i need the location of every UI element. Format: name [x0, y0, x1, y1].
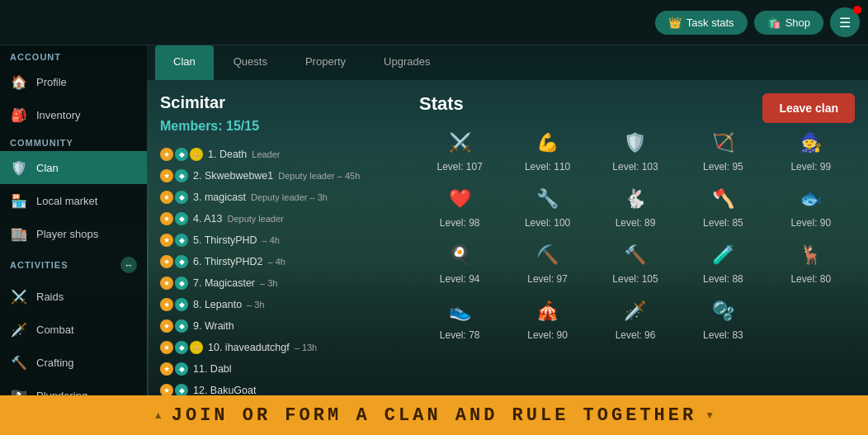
gold-badge: ★: [160, 341, 173, 354]
playershops-label: Player shops: [36, 228, 98, 240]
stat-icon: 🪓: [708, 184, 738, 214]
banner-scroll-up[interactable]: ▲: [153, 409, 163, 421]
teal-badge: ◆: [175, 362, 188, 376]
list-item: ★◆ 11. Dabl: [160, 358, 389, 380]
stat-level: Level: 107: [437, 161, 483, 173]
member-role: – 4h: [262, 235, 280, 245]
gold-badge: ★: [160, 384, 173, 395]
member-role: Deputy leader: [227, 214, 284, 224]
sidebar-item-profile[interactable]: 🏠 Profile: [0, 65, 147, 98]
sidebar-item-plundering[interactable]: 🏴‍☠️ Plundering: [0, 379, 147, 395]
stat-cell: 🧙 Level: 99: [771, 128, 851, 173]
teal-badge: ◆: [175, 341, 188, 354]
teal-badge: ◆: [175, 234, 188, 247]
stat-cell: 👟 Level: 78: [419, 296, 500, 341]
leave-clan-button[interactable]: Leave clan: [762, 93, 855, 123]
gold-badge: ★: [160, 148, 173, 161]
crafting-icon: 🔨: [10, 353, 28, 371]
list-item: ★◆ 2. Skwebwebwe1 Deputy leader – 45h: [160, 165, 389, 187]
menu-button[interactable]: ☰: [830, 7, 860, 37]
raids-icon: ⚔️: [10, 287, 28, 305]
stat-level: Level: 90: [527, 329, 568, 341]
stat-level: Level: 96: [616, 329, 656, 341]
stat-cell: 🔧 Level: 100: [507, 184, 587, 229]
member-role: – 13h: [295, 343, 318, 352]
sidebar-item-playershops[interactable]: 🏬 Player shops: [0, 217, 147, 250]
teal-badge: ◆: [175, 298, 188, 311]
stat-icon: 🧪: [708, 240, 738, 270]
gold-badge: ★: [160, 169, 173, 182]
account-section-label: Account: [0, 45, 147, 65]
member-badges: ★◆👑: [160, 148, 203, 161]
stat-icon: 🛡️: [620, 128, 650, 158]
member-badges: ★◆: [160, 362, 188, 376]
teal-badge: ◆: [175, 191, 188, 204]
tab-property[interactable]: Property: [287, 45, 364, 80]
member-role: – 3h: [260, 278, 277, 288]
content-area: Clan Quests Property Upgrades Scimitar M…: [147, 45, 868, 395]
sidebar-item-combat[interactable]: 🗡️ Combat: [0, 313, 147, 346]
banner-text: JOIN OR FORM A CLAN AND RULE TOGETHER: [172, 405, 696, 426]
sidebar-item-crafting[interactable]: 🔨 Crafting: [0, 346, 147, 379]
crown-badge: 👑: [190, 341, 203, 354]
member-role: – 3h: [247, 300, 264, 310]
clan-label: Clan: [36, 162, 59, 174]
stat-icon: 🔨: [620, 240, 650, 270]
shop-label: Shop: [785, 17, 810, 29]
stat-cell: 🔨 Level: 105: [595, 240, 676, 285]
member-badges: ★◆: [160, 298, 188, 311]
stat-cell: 🪓 Level: 85: [682, 184, 763, 229]
member-name: 11. Dabl: [193, 363, 232, 375]
stats-panel: Stats ⚔️ Level: 107 💪 Level: 110 🛡️ Leve…: [403, 80, 868, 395]
gold-badge: ★: [160, 298, 173, 311]
activities-toggle-button[interactable]: ↔: [120, 257, 137, 273]
stat-level: Level: 99: [790, 161, 831, 173]
member-badges: ★◆: [160, 319, 188, 333]
raids-label: Raids: [36, 291, 64, 303]
list-item: ★◆ 9. Wraith: [160, 315, 389, 337]
sidebar-item-raids[interactable]: ⚔️ Raids: [0, 280, 147, 313]
sidebar-item-localmarket[interactable]: 🏪 Local market: [0, 184, 147, 217]
localmarket-label: Local market: [36, 195, 97, 207]
sidebar-item-clan[interactable]: 🛡️ Clan: [0, 151, 147, 184]
member-role: – 4h: [268, 257, 285, 267]
stat-cell: 🐇 Level: 89: [595, 184, 676, 229]
stat-level: Level: 83: [703, 329, 743, 341]
stat-level: Level: 110: [525, 161, 570, 173]
sidebar: Account 🏠 Profile 🎒 Inventory Community …: [0, 45, 147, 395]
activities-label: Activities: [10, 260, 68, 270]
list-item: ★◆ 6. ThirstyPHD2 – 4h: [160, 251, 389, 272]
tab-clan[interactable]: Clan: [155, 45, 214, 80]
list-item: ★◆ 4. A13 Deputy leader: [160, 208, 389, 229]
members-count: Members: 15/15: [160, 119, 389, 134]
member-name: 12. BakuGoat: [193, 385, 256, 395]
tab-upgrades[interactable]: Upgrades: [366, 45, 448, 80]
crown-icon: 👑: [668, 17, 682, 29]
banner-scroll-down[interactable]: ▼: [705, 409, 715, 421]
stat-icon: 👟: [445, 296, 474, 326]
shop-button[interactable]: 🛍️ Shop: [754, 11, 823, 35]
member-name: 5. ThirstyPHD: [193, 234, 257, 246]
tab-quests[interactable]: Quests: [215, 45, 285, 80]
sidebar-item-inventory[interactable]: 🎒 Inventory: [0, 98, 147, 131]
stat-cell: 🫧 Level: 83: [682, 296, 763, 341]
member-name: 8. Lepanto: [193, 299, 242, 310]
taskstats-button[interactable]: 👑 Task stats: [655, 11, 748, 35]
stat-level: Level: 88: [703, 273, 743, 285]
stat-icon: 🏹: [708, 128, 738, 158]
member-badges: ★◆: [160, 169, 188, 182]
member-badges: ★◆: [160, 255, 188, 268]
member-list: ★◆👑 1. Death Leader ★◆ 2. Skwebwebwe1 De…: [160, 144, 389, 395]
teal-badge: ◆: [175, 319, 188, 333]
notification-dot: [853, 6, 861, 14]
bottom-banner: ▲ JOIN OR FORM A CLAN AND RULE TOGETHER …: [0, 395, 868, 435]
member-role: Leader: [252, 149, 280, 159]
combat-icon: 🗡️: [10, 320, 28, 338]
member-badges: ★◆: [160, 234, 188, 247]
member-name: 1. Death: [208, 149, 247, 160]
stat-level: Level: 100: [525, 217, 570, 229]
combat-label: Combat: [36, 324, 74, 336]
stat-icon: 🗡️: [620, 296, 650, 326]
tab-clan-label: Clan: [173, 55, 196, 68]
member-name: 7. Magicaster: [193, 277, 255, 289]
